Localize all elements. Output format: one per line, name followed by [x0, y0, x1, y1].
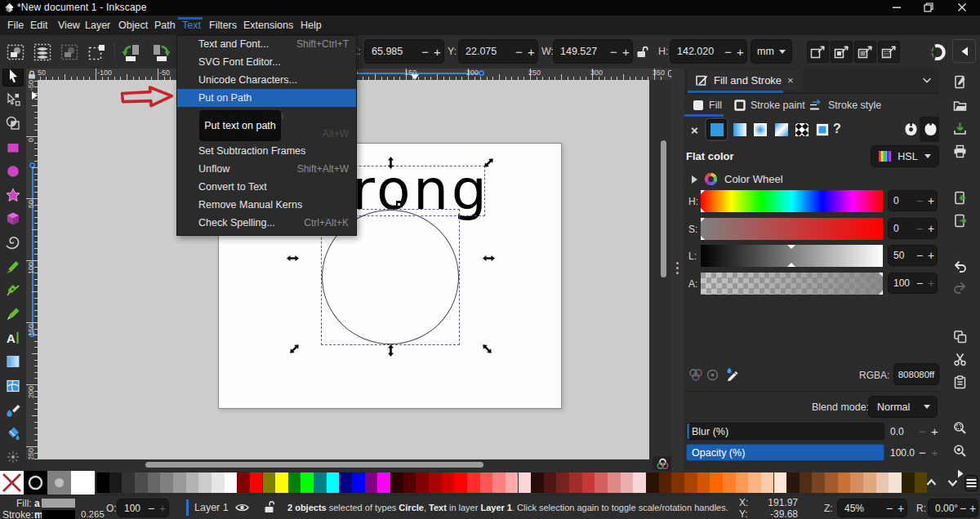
slider-decrement[interactable]: − [914, 194, 925, 207]
menubar-item-text[interactable]: Text [182, 20, 201, 31]
tool-dropper[interactable] [2, 399, 24, 420]
tab-fill[interactable]: Fill [693, 96, 722, 114]
palette-swatch[interactable] [198, 472, 212, 493]
units-dropdown[interactable]: mm [751, 39, 792, 64]
palette-swatch[interactable] [556, 472, 569, 493]
scale-handle-bottom-center[interactable] [385, 344, 397, 357]
layer-lock-open-icon[interactable] [264, 501, 274, 513]
palette-swatch[interactable] [352, 472, 365, 493]
menubar-item-path[interactable]: Path [154, 20, 176, 31]
paint-none-icon[interactable]: × [691, 123, 698, 137]
palette-swatch[interactable] [519, 472, 532, 493]
pattern-icon[interactable] [791, 119, 812, 140]
scale-corners-icon[interactable] [831, 41, 853, 63]
menubar-item-help[interactable]: Help [301, 20, 322, 31]
tool-node-editor[interactable] [2, 89, 24, 110]
menu-item-svg-font-editor[interactable]: SVG Font Editor... [177, 53, 356, 71]
open-icon[interactable] [953, 99, 967, 113]
palette-swatch[interactable] [160, 472, 173, 493]
tool-mesh-gradient[interactable] [2, 375, 24, 397]
palette-swatch[interactable] [569, 472, 582, 493]
palette-swatch[interactable] [314, 472, 327, 493]
palette-swatch[interactable] [225, 472, 238, 493]
menu-item-set-subtraction-frames[interactable]: Set Subtraction Frames [177, 142, 356, 160]
slider-increment[interactable]: + [925, 194, 937, 207]
blend-mode-dropdown[interactable]: Normal [868, 396, 938, 418]
move-patterns-icon[interactable] [878, 41, 900, 63]
palette-swatch[interactable] [186, 472, 199, 493]
print-icon[interactable] [953, 144, 967, 158]
palette-swatch-none[interactable] [0, 471, 24, 495]
slider-decrement[interactable]: − [914, 222, 925, 235]
palette-swatch[interactable] [595, 472, 608, 493]
tool-gradient[interactable] [2, 351, 24, 372]
menu-item-unflow[interactable]: UnflowShift+Alt+W [177, 160, 356, 178]
zoom-drawing-icon[interactable] [953, 444, 967, 458]
visibility-eye-icon[interactable] [235, 502, 249, 513]
rotation-field[interactable]: 0.00°−+ [928, 499, 978, 517]
palette-menu-icon[interactable] [964, 475, 978, 491]
import-icon[interactable] [953, 191, 967, 205]
slider-s[interactable] [701, 218, 883, 240]
vertical-ruler[interactable]: -50050100150200250 [26, 80, 38, 459]
palette-swatch[interactable] [327, 472, 340, 493]
x-field[interactable]: 65.985−+ [364, 39, 444, 64]
tool-ellipse[interactable] [2, 161, 24, 182]
zoom-selection-icon[interactable] [953, 421, 967, 435]
palette-swatch[interactable] [850, 472, 863, 493]
y-increment[interactable]: + [525, 45, 537, 59]
stroke-swatch[interactable] [42, 510, 75, 519]
tool-calligraphy[interactable] [2, 304, 24, 325]
dock-tab-close-icon[interactable]: × [787, 74, 794, 86]
select-all-icon[interactable] [4, 41, 26, 63]
palette-swatch[interactable] [774, 472, 787, 493]
tab-stroke-paint[interactable]: Stroke paint [734, 96, 805, 114]
restore-icon[interactable] [924, 2, 933, 12]
slider-h[interactable] [701, 190, 883, 212]
slider-value-s[interactable]: 0−+ [888, 218, 938, 239]
vertical-scrollbar-thumb[interactable] [661, 140, 666, 277]
radial-gradient-icon[interactable] [750, 119, 770, 140]
palette-swatch[interactable] [723, 472, 736, 493]
tool-text[interactable]: A [2, 327, 24, 348]
menubar-item-filters[interactable]: Filters [209, 20, 237, 31]
new-document-icon[interactable] [953, 75, 967, 89]
palette-swatch[interactable] [96, 472, 109, 493]
tool-tweak[interactable] [2, 446, 24, 468]
palette-swatch[interactable] [416, 472, 429, 493]
opacity-slider[interactable]: Opacity (%) [686, 444, 884, 461]
slider-increment[interactable]: + [925, 222, 937, 235]
cut-icon[interactable] [953, 353, 967, 366]
palette-swatch[interactable] [889, 472, 902, 493]
palette-swatch[interactable] [288, 472, 301, 493]
palette-swatch[interactable] [812, 472, 825, 493]
slider-a[interactable] [701, 273, 883, 295]
scale-stroke-icon[interactable] [807, 41, 829, 63]
x-decrement[interactable]: − [419, 45, 431, 59]
palette-swatch[interactable] [429, 472, 442, 493]
snap-collapse-button[interactable] [952, 39, 976, 63]
palette-swatch[interactable] [710, 472, 723, 493]
paste-icon[interactable] [953, 375, 967, 389]
horizontal-scrollbar-thumb[interactable] [145, 462, 483, 468]
slider-value-h[interactable]: 0−+ [888, 190, 938, 211]
paint-unknown-icon[interactable]: ? [833, 122, 841, 136]
fill-rule-evenodd-icon[interactable] [903, 122, 919, 137]
dock-resize-handle[interactable] [671, 69, 684, 471]
tool-paint-bucket[interactable] [2, 423, 24, 444]
menubar-item-file[interactable]: File [7, 20, 24, 31]
menu-item-unicode-characters[interactable]: Unicode Characters... [177, 71, 356, 89]
palette-swatch[interactable] [506, 472, 519, 493]
rgba-value-field[interactable]: 808080ff [893, 363, 939, 385]
opacity-increment[interactable]: + [931, 446, 938, 459]
dock-collapse-chevron-icon[interactable] [921, 74, 933, 86]
palette-swatch[interactable] [608, 472, 621, 493]
palette-swatch[interactable] [863, 472, 876, 493]
menu-item-text-and-font[interactable]: Text and Font...Shift+Ctrl+T [177, 35, 356, 53]
palette-swatch[interactable] [825, 472, 838, 493]
simple-snap-icon[interactable] [929, 43, 947, 61]
menubar-item-object[interactable]: Object [118, 20, 148, 31]
fill-rule-nonzero-icon[interactable] [920, 117, 942, 142]
save-icon[interactable] [953, 122, 967, 135]
blur-decrement[interactable]: − [919, 424, 926, 438]
